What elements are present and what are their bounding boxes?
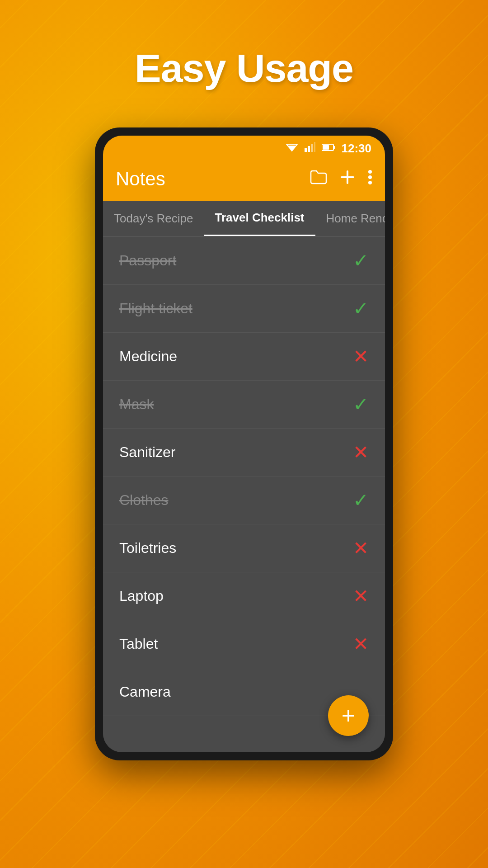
- page-title: Easy Usage: [0, 0, 488, 91]
- status-bar: 12:30: [103, 136, 385, 161]
- tab-travel-checklist[interactable]: Travel Checklist: [204, 201, 315, 236]
- fab-add-button[interactable]: +: [328, 695, 369, 736]
- svg-rect-4: [311, 144, 313, 152]
- svg-rect-8: [334, 146, 335, 149]
- app-header: Notes: [103, 161, 385, 201]
- svg-point-11: [368, 170, 372, 174]
- check-icon: ✓: [353, 489, 369, 511]
- fab-plus-icon: +: [342, 704, 355, 727]
- list-item[interactable]: Sanitizer ✕: [103, 429, 385, 476]
- check-icon: ✓: [353, 393, 369, 415]
- svg-point-13: [368, 181, 372, 184]
- checklist-container: Passport ✓ Flight ticket ✓ Medicine ✕ Ma…: [103, 237, 385, 752]
- svg-point-12: [368, 175, 372, 179]
- cross-icon: ✕: [353, 585, 369, 607]
- item-text-clothes: Clothes: [119, 492, 169, 509]
- list-item[interactable]: Tablet ✕: [103, 620, 385, 668]
- item-text-tablet: Tablet: [119, 636, 158, 652]
- svg-rect-10: [341, 176, 354, 178]
- svg-rect-5: [314, 142, 315, 152]
- item-text-camera: Camera: [119, 684, 171, 700]
- cross-icon: ✕: [353, 633, 369, 655]
- tab-todays-recipe[interactable]: Today's Recipe: [103, 202, 204, 236]
- check-icon: ✓: [353, 250, 369, 272]
- cross-icon: ✕: [353, 441, 369, 463]
- signal-icon: [305, 142, 315, 155]
- svg-rect-2: [305, 148, 307, 152]
- svg-rect-7: [323, 145, 329, 150]
- tabs-bar: Today's Recipe Travel Checklist Home Ren…: [103, 201, 385, 237]
- list-item[interactable]: Medicine ✕: [103, 333, 385, 381]
- item-text-mask: Mask: [119, 396, 154, 413]
- more-icon[interactable]: [368, 170, 372, 189]
- list-item[interactable]: Flight ticket ✓: [103, 285, 385, 333]
- phone-screen: 12:30 Notes: [103, 136, 385, 752]
- list-item[interactable]: Passport ✓: [103, 237, 385, 285]
- wifi-icon: [286, 142, 298, 155]
- item-text-passport: Passport: [119, 252, 176, 269]
- item-text-flight: Flight ticket: [119, 300, 192, 317]
- cross-icon: ✕: [353, 345, 369, 368]
- list-item[interactable]: Clothes ✓: [103, 476, 385, 524]
- check-icon: ✓: [353, 297, 369, 320]
- status-time: 12:30: [342, 142, 372, 156]
- header-actions: [310, 170, 372, 189]
- battery-icon: [322, 142, 335, 154]
- item-text-toiletries: Toiletries: [119, 540, 176, 557]
- list-item[interactable]: Mask ✓: [103, 381, 385, 429]
- item-text-laptop: Laptop: [119, 588, 164, 604]
- app-title: Notes: [116, 168, 165, 190]
- folder-icon[interactable]: [310, 170, 327, 189]
- add-icon[interactable]: [340, 170, 355, 189]
- cross-icon: ✕: [353, 537, 369, 559]
- item-text-medicine: Medicine: [119, 348, 177, 365]
- svg-rect-3: [308, 146, 310, 152]
- tab-home-reno[interactable]: Home Reno: [315, 202, 385, 236]
- list-item[interactable]: Laptop ✕: [103, 572, 385, 620]
- list-item[interactable]: Toiletries ✕: [103, 524, 385, 572]
- item-text-sanitizer: Sanitizer: [119, 444, 176, 461]
- phone-mockup: 12:30 Notes: [95, 127, 393, 760]
